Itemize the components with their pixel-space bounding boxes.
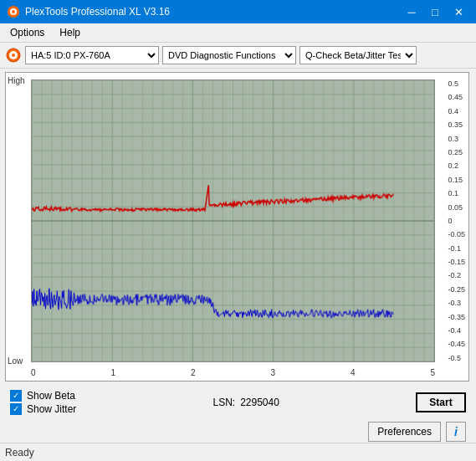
y-axis-labels: 0.5 0.45 0.4 0.35 0.3 0.25 0.2 0.15 0.1 … [448,79,465,362]
x-axis-labels: 0 1 2 3 4 5 [31,368,435,377]
info-button[interactable]: i [446,422,466,442]
menu-bar: Options Help [0,23,476,43]
lsn-label: LSN: [212,397,235,408]
y-label-11: -0.05 [448,230,465,238]
y-label-19: -0.45 [448,340,465,348]
x-label-4: 4 [351,368,356,377]
y-label-10: 0 [448,217,465,225]
function-select[interactable]: DVD Diagnostic Functions [162,46,296,64]
menu-help[interactable]: Help [53,25,87,40]
show-jitter-row: ✓ Show Jitter [10,403,76,415]
y-label-2: 0.4 [448,107,465,115]
toolbar: HA:5 ID:0 PX-760A DVD Diagnostic Functio… [0,43,476,69]
svg-point-5 [12,54,15,57]
x-label-2: 2 [191,368,196,377]
chart-container: High Low 0.5 0.45 0.4 0.35 0.3 0.25 0.2 … [5,72,469,382]
x-label-0: 0 [31,368,36,377]
close-button[interactable]: ✕ [448,3,469,20]
y-label-7: 0.15 [448,176,465,184]
show-jitter-checkbox[interactable]: ✓ [10,403,22,415]
title-bar-left: PlexTools Professional XL V3.16 [7,5,170,18]
maximize-button[interactable]: □ [424,3,446,20]
show-beta-checkbox[interactable]: ✓ [10,390,22,402]
y-label-13: -0.15 [448,258,465,266]
x-label-3: 3 [270,368,275,377]
y-label-3: 0.35 [448,120,465,129]
title-bar: PlexTools Professional XL V3.16 ─ □ ✕ [0,0,476,23]
show-jitter-label: Show Jitter [27,403,76,415]
preferences-button[interactable]: Preferences [368,422,441,442]
chart-canvas [32,80,434,361]
y-label-6: 0.2 [448,161,465,170]
chart-plot-area [31,79,435,362]
right-buttons: Start [416,392,466,412]
y-label-4: 0.3 [448,135,465,143]
show-beta-row: ✓ Show Beta [10,390,76,402]
bottom-panel: ✓ Show Beta ✓ Show Jitter LSN: 2295040 S… [5,387,471,418]
y-label-0: 0.5 [448,79,465,88]
x-label-5: 5 [430,368,435,377]
y-label-16: -0.3 [448,299,465,307]
main-content: High Low 0.5 0.45 0.4 0.35 0.3 0.25 0.2 … [0,69,476,448]
x-label-1: 1 [110,368,115,377]
y-label-15: -0.25 [448,285,465,294]
window-title: PlexTools Professional XL V3.16 [25,6,170,18]
status-text: Ready [5,447,34,458]
status-bar: Ready [0,443,476,461]
drive-icon [5,47,22,64]
test-select[interactable]: Q-Check Beta/Jitter Test [299,46,417,64]
y-label-17: -0.35 [448,313,465,321]
y-label-9: 0.05 [448,203,465,212]
svg-point-2 [12,10,15,13]
chart-high-label: High [8,76,25,85]
y-label-12: -0.1 [448,244,465,253]
y-label-20: -0.5 [448,354,465,362]
plextools-icon [7,5,20,18]
drive-select[interactable]: HA:5 ID:0 PX-760A [25,46,159,64]
title-bar-controls: ─ □ ✕ [401,3,469,20]
checkboxes: ✓ Show Beta ✓ Show Jitter [10,390,76,415]
chart-low-label: Low [8,356,23,366]
lsn-value: 2295040 [240,397,279,408]
start-button[interactable]: Start [416,392,466,412]
preferences-row: Preferences i [5,422,471,445]
lsn-area: LSN: 2295040 [212,397,279,408]
show-beta-label: Show Beta [27,390,75,402]
y-label-18: -0.4 [448,326,465,335]
menu-options[interactable]: Options [3,25,51,40]
minimize-button[interactable]: ─ [401,3,422,20]
y-label-8: 0.1 [448,189,465,197]
y-label-5: 0.25 [448,148,465,156]
y-label-1: 0.45 [448,93,465,101]
y-label-14: -0.2 [448,271,465,279]
